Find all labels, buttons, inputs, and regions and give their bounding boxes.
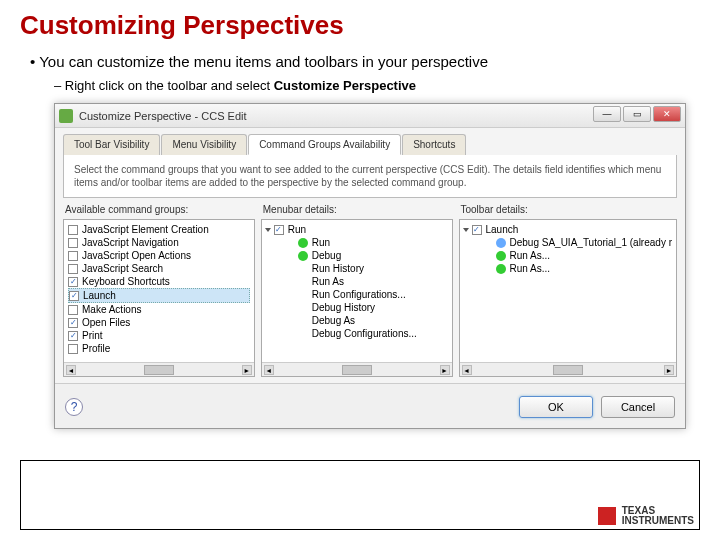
tab-shortcuts[interactable]: Shortcuts: [402, 134, 466, 155]
available-group-item[interactable]: JavaScript Open Actions: [68, 249, 250, 262]
checkbox[interactable]: [68, 305, 78, 315]
checkbox[interactable]: [68, 264, 78, 274]
tab-description: Select the command groups that you want …: [63, 155, 677, 198]
checkbox[interactable]: [68, 225, 78, 235]
menu-icon: [298, 316, 308, 326]
slide-title: Customizing Perspectives: [20, 10, 700, 41]
available-groups-list[interactable]: JavaScript Element CreationJavaScript Na…: [63, 219, 255, 377]
maximize-button[interactable]: ▭: [623, 106, 651, 122]
tree-item[interactable]: Debug As: [266, 314, 448, 327]
expander-icon[interactable]: [463, 228, 469, 232]
app-icon: [59, 109, 73, 123]
ok-button[interactable]: OK: [519, 396, 593, 418]
bullet-level1: You can customize the menu items and too…: [30, 53, 700, 70]
dialog-titlebar[interactable]: Customize Perspective - CCS Edit — ▭ ✕: [55, 104, 685, 128]
available-group-item[interactable]: JavaScript Search: [68, 262, 250, 275]
horiz-scrollbar[interactable]: ◄►: [262, 362, 452, 376]
menu-icon: [298, 238, 308, 248]
tree-item[interactable]: Run As: [266, 275, 448, 288]
menu-icon: [298, 277, 308, 287]
tree-item[interactable]: Run: [266, 236, 448, 249]
available-group-item[interactable]: JavaScript Navigation: [68, 236, 250, 249]
checkbox[interactable]: [68, 331, 78, 341]
available-group-item[interactable]: JavaScript Element Creation: [68, 223, 250, 236]
tree-root[interactable]: Launch: [464, 223, 673, 236]
available-group-item[interactable]: Keyboard Shortcuts: [68, 275, 250, 288]
checkbox[interactable]: [472, 225, 482, 235]
horiz-scrollbar[interactable]: ◄►: [460, 362, 677, 376]
dialog-title: Customize Perspective - CCS Edit: [79, 110, 247, 122]
bullet-level2: Right click on the toolbar and select Cu…: [54, 78, 700, 93]
checkbox[interactable]: [68, 251, 78, 261]
toolbar-icon: [496, 238, 506, 248]
available-group-item[interactable]: Print: [68, 329, 250, 342]
tab-command-groups[interactable]: Command Groups Availability: [248, 134, 401, 155]
tree-item[interactable]: Run History: [266, 262, 448, 275]
available-group-item[interactable]: Make Actions: [68, 303, 250, 316]
close-button[interactable]: ✕: [653, 106, 681, 122]
available-group-item[interactable]: Open Files: [68, 316, 250, 329]
menu-icon: [298, 251, 308, 261]
tree-item[interactable]: Run As...: [464, 262, 673, 275]
menu-icon: [298, 329, 308, 339]
toolbar-details-header: Toolbar details:: [459, 202, 678, 219]
brand-footer: TEXAS INSTRUMENTS: [598, 506, 694, 526]
checkbox[interactable]: [274, 225, 284, 235]
tree-item[interactable]: Run Configurations...: [266, 288, 448, 301]
expander-icon[interactable]: [265, 228, 271, 232]
checkbox[interactable]: [68, 318, 78, 328]
available-group-item[interactable]: Profile: [68, 342, 250, 355]
tree-root[interactable]: Run: [266, 223, 448, 236]
checkbox[interactable]: [68, 238, 78, 248]
tree-item[interactable]: Run As...: [464, 249, 673, 262]
ti-logo-icon: [598, 507, 616, 525]
checkbox[interactable]: [68, 277, 78, 287]
menubar-details-list[interactable]: RunRunDebugRun HistoryRun AsRun Configur…: [261, 219, 453, 377]
menu-icon: [298, 303, 308, 313]
toolbar-icon: [496, 264, 506, 274]
tree-item[interactable]: Debug History: [266, 301, 448, 314]
minimize-button[interactable]: —: [593, 106, 621, 122]
toolbar-details-list[interactable]: LaunchDebug SA_UIA_Tutorial_1 (already r…: [459, 219, 678, 377]
tab-row: Tool Bar Visibility Menu Visibility Comm…: [55, 128, 685, 155]
available-group-item[interactable]: Launch: [68, 288, 250, 303]
tab-toolbar-visibility[interactable]: Tool Bar Visibility: [63, 134, 160, 155]
menu-icon: [298, 290, 308, 300]
tree-item[interactable]: Debug Configurations...: [266, 327, 448, 340]
menubar-details-header: Menubar details:: [261, 202, 453, 219]
tree-item[interactable]: Debug SA_UIA_Tutorial_1 (already r: [464, 236, 673, 249]
toolbar-icon: [496, 251, 506, 261]
available-groups-header: Available command groups:: [63, 202, 255, 219]
tree-item[interactable]: Debug: [266, 249, 448, 262]
checkbox[interactable]: [69, 291, 79, 301]
help-button[interactable]: ?: [65, 398, 83, 416]
customize-perspective-dialog: Customize Perspective - CCS Edit — ▭ ✕ T…: [54, 103, 686, 429]
horiz-scrollbar[interactable]: ◄►: [64, 362, 254, 376]
menu-icon: [298, 264, 308, 274]
checkbox[interactable]: [68, 344, 78, 354]
cancel-button[interactable]: Cancel: [601, 396, 675, 418]
tab-menu-visibility[interactable]: Menu Visibility: [161, 134, 247, 155]
